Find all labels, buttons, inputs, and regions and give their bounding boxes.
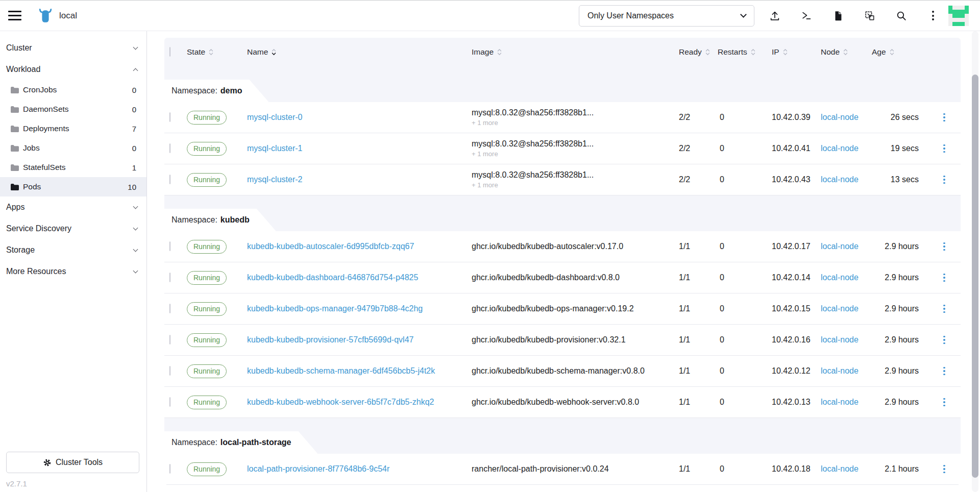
- sidebar-item-label: Deployments: [23, 124, 69, 133]
- hamburger-menu-icon[interactable]: [8, 11, 21, 21]
- avatar-pixel: [952, 10, 957, 14]
- scrollbar-thumb[interactable]: [972, 75, 978, 478]
- header-kebab-icon[interactable]: [927, 10, 939, 22]
- sidebar-section-more-resources[interactable]: More Resources: [0, 261, 146, 282]
- row-kebab-icon[interactable]: [939, 142, 949, 155]
- sidebar-item-label: DaemonSets: [23, 105, 69, 114]
- pod-name-link[interactable]: local-path-provisioner-8f77648b6-9c54r: [247, 464, 389, 473]
- row-kebab-icon[interactable]: [939, 240, 949, 253]
- image-more-link[interactable]: + 1 more: [472, 150, 668, 158]
- pod-name-link[interactable]: kubedb-kubedb-autoscaler-6d995dbfcb-zqq6…: [247, 242, 414, 251]
- namespace-group: Namespace:local-path-storage Running loc…: [164, 418, 961, 485]
- node-link[interactable]: local-node: [821, 113, 859, 121]
- row-kebab-icon[interactable]: [939, 272, 949, 284]
- row-kebab-icon[interactable]: [939, 396, 949, 409]
- node-link[interactable]: local-node: [821, 175, 859, 184]
- restarts-value: 0: [718, 175, 771, 184]
- column-header-image[interactable]: Image: [472, 47, 675, 57]
- workload-items: CronJobs 0 DaemonSets 0 Deployments 7 Jo…: [0, 80, 146, 196]
- row-checkbox[interactable]: [169, 273, 170, 282]
- import-yaml-file-icon[interactable]: [832, 10, 844, 22]
- pod-row: Running mysql-cluster-0 mysql:8.0.32@sha…: [164, 102, 961, 133]
- pod-name-link[interactable]: kubedb-kubedb-schema-manager-6df456bcb5-…: [247, 366, 435, 375]
- column-header-ip[interactable]: IP: [771, 47, 821, 57]
- chevron-up-icon: [133, 68, 138, 73]
- sidebar-section-apps[interactable]: Apps: [0, 196, 146, 218]
- sort-icon: [497, 48, 502, 56]
- sidebar-footer: Cluster Tools v2.7.1: [0, 446, 146, 492]
- sidebar-section-cluster[interactable]: Cluster: [0, 37, 146, 59]
- select-all-checkbox[interactable]: [169, 47, 170, 57]
- row-kebab-icon[interactable]: [939, 111, 949, 124]
- image-text: rancher/local-path-provisioner:v0.0.24: [472, 464, 668, 474]
- row-checkbox[interactable]: [169, 112, 170, 122]
- row-kebab-icon[interactable]: [939, 463, 949, 476]
- sidebar-item-statefulsets[interactable]: StatefulSets 1: [0, 158, 146, 177]
- pod-name-link[interactable]: kubedb-kubedb-webhook-server-6b5f7c7db5-…: [247, 398, 434, 406]
- column-header-state[interactable]: State: [187, 47, 247, 57]
- sidebar-item-label: CronJobs: [23, 85, 57, 94]
- row-kebab-icon[interactable]: [939, 334, 949, 347]
- ip-value: 10.42.0.43: [771, 175, 821, 184]
- row-checkbox[interactable]: [169, 335, 170, 345]
- sidebar-item-daemonsets[interactable]: DaemonSets 0: [0, 100, 146, 119]
- state-badge: Running: [187, 302, 227, 316]
- row-checkbox[interactable]: [169, 304, 170, 313]
- node-link[interactable]: local-node: [821, 304, 859, 313]
- column-header-age[interactable]: Age: [872, 47, 928, 57]
- sidebar-section-storage[interactable]: Storage: [0, 239, 146, 261]
- row-kebab-icon[interactable]: [939, 365, 949, 378]
- pod-name-link[interactable]: mysql-cluster-2: [247, 175, 302, 184]
- node-link[interactable]: local-node: [821, 335, 859, 344]
- node-link[interactable]: local-node: [821, 398, 859, 406]
- pod-name-link[interactable]: mysql-cluster-0: [247, 113, 302, 121]
- pod-name-link[interactable]: kubedb-kubedb-ops-manager-9479b7b88-4c2h…: [247, 304, 423, 313]
- image-more-link[interactable]: + 1 more: [472, 119, 668, 127]
- row-checkbox[interactable]: [169, 143, 170, 153]
- sidebar-item-cronjobs[interactable]: CronJobs 0: [0, 80, 146, 100]
- node-link[interactable]: local-node: [821, 242, 859, 251]
- row-checkbox[interactable]: [169, 397, 170, 407]
- kubectl-shell-icon[interactable]: [800, 10, 813, 22]
- search-icon[interactable]: [895, 10, 908, 22]
- node-link[interactable]: local-node: [821, 144, 859, 153]
- user-avatar[interactable]: [948, 6, 969, 26]
- sidebar-item-deployments[interactable]: Deployments 7: [0, 119, 146, 138]
- cluster-tools-button[interactable]: Cluster Tools: [6, 452, 139, 473]
- sidebar-item-count: 0: [132, 105, 136, 114]
- row-checkbox[interactable]: [169, 464, 170, 474]
- sidebar-section-workload[interactable]: Workload: [0, 59, 146, 80]
- column-header-ready[interactable]: Ready: [675, 47, 718, 57]
- pod-name-link[interactable]: kubedb-kubedb-dashboard-646876d754-p4825: [247, 273, 418, 282]
- column-header-name[interactable]: Name: [247, 47, 472, 57]
- copy-kubeconfig-icon[interactable]: [864, 10, 876, 22]
- sidebar-item-label: Pods: [23, 182, 41, 191]
- namespace-filter-dropdown[interactable]: Only User Namespaces: [579, 5, 754, 27]
- image-more-link[interactable]: + 1 more: [472, 181, 668, 189]
- row-kebab-icon[interactable]: [939, 174, 949, 186]
- node-link[interactable]: local-node: [821, 273, 859, 282]
- avatar-pixel: [957, 22, 961, 26]
- row-checkbox[interactable]: [169, 366, 170, 376]
- column-header-restarts[interactable]: Restarts: [718, 47, 771, 57]
- upload-icon[interactable]: [769, 10, 781, 22]
- column-header-node[interactable]: Node: [821, 47, 872, 57]
- table-header-row: State Name Image Ready: [164, 38, 961, 66]
- avatar-pixel: [961, 14, 965, 18]
- chevron-down-icon: [133, 268, 138, 273]
- age-value: 2.9 hours: [872, 366, 928, 376]
- section-label: Storage: [6, 245, 35, 255]
- node-link[interactable]: local-node: [821, 366, 859, 375]
- age-value: 2.9 hours: [872, 304, 928, 313]
- row-checkbox[interactable]: [169, 241, 170, 251]
- restarts-value: 0: [718, 304, 771, 313]
- group-header-row: Namespace:local-path-storage: [164, 431, 961, 454]
- pod-name-link[interactable]: mysql-cluster-1: [247, 144, 302, 153]
- sidebar-item-jobs[interactable]: Jobs 0: [0, 138, 146, 158]
- row-kebab-icon[interactable]: [939, 303, 949, 315]
- node-link[interactable]: local-node: [821, 464, 859, 473]
- sidebar-item-pods[interactable]: Pods 10: [0, 177, 146, 196]
- row-checkbox[interactable]: [169, 175, 170, 184]
- pod-name-link[interactable]: kubedb-kubedb-provisioner-57cfb5699d-qvl…: [247, 335, 413, 344]
- sidebar-section-service-discovery[interactable]: Service Discovery: [0, 218, 146, 239]
